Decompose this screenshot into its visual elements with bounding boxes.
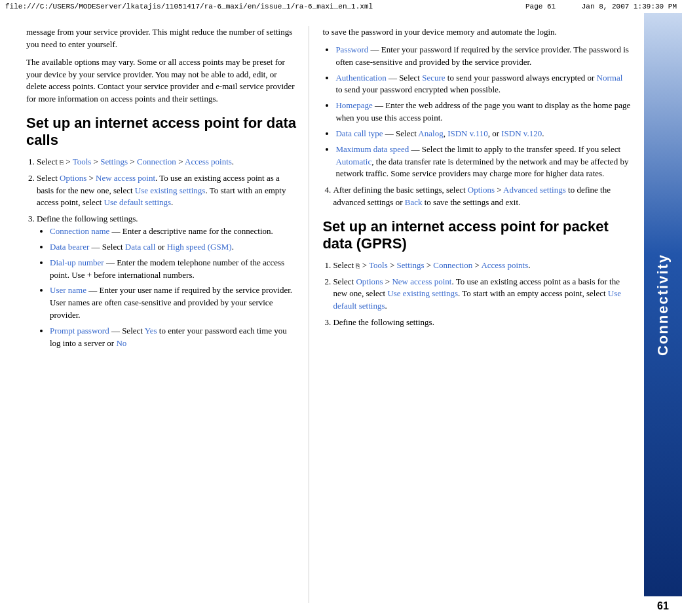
step2: Select Options > New access point. To us… [37, 172, 297, 210]
sidebar-label-wrapper: Connectivity [654, 13, 672, 596]
bullet-prompt-password: Prompt password — Select Yes to enter yo… [50, 325, 297, 350]
settings-list: Connection name — Enter a descriptive na… [50, 225, 297, 350]
step4: After defining the basic settings, selec… [333, 184, 631, 209]
sidebar: Connectivity 61 [644, 13, 682, 616]
bullet-homepage: Homepage — Enter the web address of the … [335, 100, 631, 125]
gprs-step1: Select ⎘ > Tools > Settings > Connection… [333, 260, 631, 272]
gprs-step3: Define the following settings. [333, 317, 631, 329]
step3: Define the following settings. Connectio… [37, 213, 297, 349]
right-bullets-1: Password — Enter your password if requir… [335, 44, 631, 180]
bullet-connection-name: Connection name — Enter a descriptive na… [50, 225, 297, 238]
bullet-datacall-type: Data call type — Select Analog, ISDN v.1… [335, 128, 631, 140]
right-column: to save the password in your device memo… [309, 20, 644, 609]
heading-data-calls: Set up an internet access point for data… [26, 115, 297, 149]
filepath: file:///C:/USERS/MODEServer/lkatajis/110… [5, 3, 373, 10]
heading-gprs: Set up an internet access point for pack… [322, 218, 631, 253]
sidebar-label: Connectivity [654, 254, 672, 356]
bullet-data-bearer: Data bearer — Select Data call or High s… [50, 241, 297, 254]
bullet-dialup: Dial-up number — Enter the modem telepho… [50, 257, 297, 282]
right-intro: to save the password in your device memo… [322, 26, 631, 39]
data-calls-step4: After defining the basic settings, selec… [333, 184, 631, 209]
bullet-username: User name — Enter your user name if requ… [50, 284, 297, 322]
bullet-authentication: Authentication — Select Secure to send y… [335, 72, 631, 97]
step1: Select ⎘ > Tools > Settings > Connection… [37, 156, 297, 168]
left-column: message from your service provider. This… [0, 20, 309, 609]
gprs-step2: Select Options > New access point. To us… [333, 276, 631, 313]
page-info: Page 61 Jan 8, 2007 1:39:30 PM [525, 3, 677, 10]
intro-p2: The available options may vary. Some or … [26, 56, 297, 106]
topbar: file:///C:/USERS/MODEServer/lkatajis/110… [0, 0, 682, 13]
gprs-steps: Select ⎘ > Tools > Settings > Connection… [333, 260, 631, 329]
data-calls-steps: Select ⎘ > Tools > Settings > Connection… [37, 156, 297, 350]
intro-p1: message from your service provider. This… [26, 26, 297, 51]
bullet-password: Password — Enter your password if requir… [335, 44, 631, 69]
bullet-max-speed: Maximum data speed — Select the limit to… [335, 144, 631, 181]
page-number: 61 [644, 596, 682, 616]
